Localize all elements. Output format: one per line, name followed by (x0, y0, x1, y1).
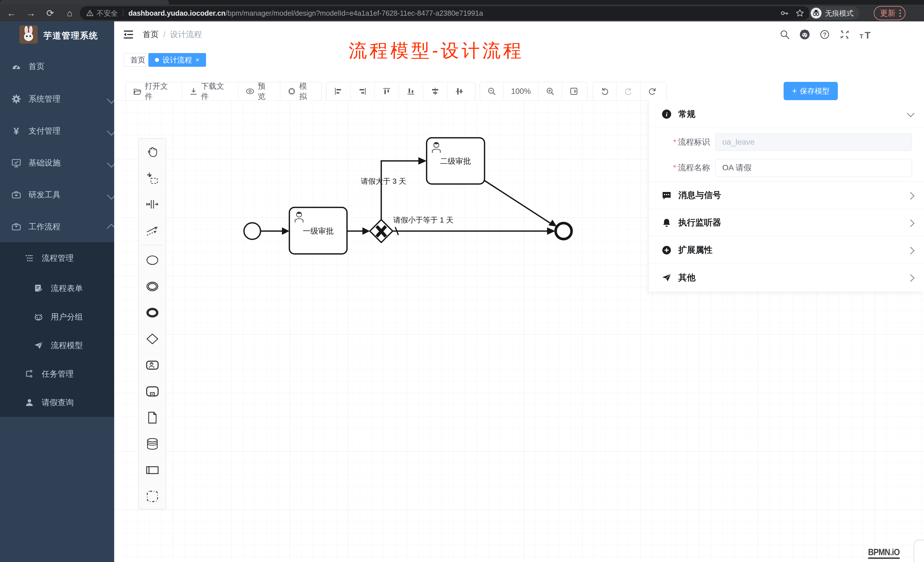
button-label: 预览 (258, 81, 273, 102)
redo-button[interactable] (616, 82, 640, 100)
sidebar-item-system[interactable]: 系统管理 (0, 83, 126, 115)
sequence-flow-task2-end[interactable] (484, 181, 557, 226)
browser-tabstrip (0, 0, 924, 4)
align-vertical-center-icon (431, 87, 439, 95)
not-secure-warning-icon (86, 9, 94, 17)
section-title: 执行监听器 (678, 217, 721, 228)
update-button[interactable]: 更新 (874, 6, 906, 20)
field-label: 流程名称 (678, 163, 710, 172)
start-event-node[interactable] (244, 223, 261, 239)
exclusive-gateway-node[interactable] (370, 220, 393, 243)
form-edit-icon (34, 284, 44, 293)
breadcrumb-current: 设计流程 (170, 29, 202, 40)
designer-toolbar: 打开文件 下载文件 预览 模拟 (114, 72, 924, 100)
close-icon[interactable]: × (195, 56, 200, 64)
sidebar-item-payment[interactable]: ¥ 支付管理 (0, 115, 126, 147)
end-event-node[interactable] (556, 223, 572, 239)
sidebar-item-label: 任务管理 (42, 369, 74, 379)
chevron-right-icon (907, 247, 915, 255)
chevron-right-icon (907, 219, 915, 227)
align-vertical-center-button[interactable] (423, 82, 447, 100)
download-file-button[interactable]: 下载文件 (182, 82, 238, 100)
align-top-button[interactable] (375, 82, 399, 100)
user-task-node-second[interactable]: 二级审批 (427, 138, 484, 184)
reload-icon[interactable]: ⟳ (45, 7, 56, 19)
browser-tab[interactable] (0, 0, 169, 4)
github-icon[interactable] (799, 29, 810, 40)
align-button-group (326, 82, 476, 101)
gear-icon (11, 94, 21, 104)
section-messages[interactable]: 消息与信号 (649, 182, 924, 209)
collapse-sidebar-icon[interactable] (123, 29, 134, 40)
url-bar[interactable]: 不安全 dashboard.yudao.iocoder.cn/bpm/manag… (80, 6, 810, 20)
section-listeners[interactable]: 执行监听器 (649, 209, 924, 237)
bookmark-star-icon[interactable] (796, 9, 804, 17)
annotation-title: 流程模型-设计流程 (349, 38, 524, 63)
sidebar-item-devtools[interactable]: 研发工具 (0, 179, 126, 211)
update-label: 更新 (880, 8, 896, 18)
help-icon[interactable]: ? (819, 29, 830, 40)
sequence-flow-task1-gateway[interactable] (347, 227, 370, 235)
section-extensions[interactable]: 扩展属性 (649, 237, 924, 264)
open-file-button[interactable]: 打开文件 (126, 82, 182, 100)
process-key-input[interactable] (715, 133, 912, 151)
undo-icon (600, 87, 609, 96)
align-top-icon (382, 87, 391, 95)
url-domain: dashboard.yudao.iocoder.cn (128, 9, 225, 17)
fit-viewport-button[interactable] (562, 82, 585, 100)
sidebar-item-home[interactable]: 首页 (0, 51, 126, 82)
restart-button[interactable] (640, 82, 664, 100)
user-task-node-first[interactable]: 一级审批 (290, 207, 347, 254)
forward-icon[interactable]: → (25, 7, 36, 19)
back-icon[interactable]: ← (6, 7, 17, 19)
font-size-icon[interactable]: TT (859, 30, 872, 40)
fullscreen-icon[interactable] (840, 29, 850, 40)
button-label: 模拟 (299, 81, 314, 102)
folder-open-icon (133, 87, 141, 96)
preview-button[interactable]: 预览 (238, 82, 280, 100)
align-horizontal-center-button[interactable] (447, 82, 471, 100)
breadcrumb-home[interactable]: 首页 (142, 29, 159, 40)
flow-label: 请假大于 3 天 (361, 177, 406, 186)
sequence-flow-start-task1[interactable] (261, 227, 290, 235)
align-bottom-icon (407, 87, 415, 95)
zoom-in-button[interactable] (538, 82, 562, 100)
undo-button[interactable] (593, 82, 616, 100)
view-tab-design[interactable]: 设计流程 × (148, 53, 206, 67)
section-general[interactable]: i 常规 (649, 100, 924, 128)
align-right-button[interactable] (350, 82, 375, 100)
search-icon[interactable] (780, 29, 790, 40)
sidebar-item-workflow[interactable]: 工作流程 (0, 211, 126, 243)
align-left-button[interactable] (326, 82, 350, 100)
plus-circle-icon (662, 245, 672, 255)
zoom-out-button[interactable] (480, 82, 504, 100)
sidebar-item-infra[interactable]: 基础设施 (0, 147, 126, 179)
sidebar-item-label: 用户分组 (51, 312, 83, 322)
logo-row[interactable]: 芋道管理系统 (0, 21, 114, 50)
sequence-flow-gateway-task2[interactable]: 请假大于 3 天 (361, 157, 427, 220)
key-icon[interactable] (780, 9, 789, 17)
bell-icon (662, 218, 672, 228)
section-title: 扩展属性 (678, 244, 712, 256)
face-icon (34, 312, 44, 322)
section-other[interactable]: 其他 (649, 264, 924, 291)
restart-icon (648, 87, 656, 96)
zoom-button-group: 100% (480, 82, 588, 101)
simulate-button[interactable]: 模拟 (280, 82, 321, 100)
paper-plane-icon (34, 341, 44, 350)
sequence-flow-gateway-end[interactable]: 请假小于等于 1 天 (393, 216, 555, 235)
view-tab-home[interactable]: 首页 (124, 53, 152, 67)
align-horizontal-center-icon (455, 87, 464, 95)
zoom-out-icon (488, 87, 496, 96)
home-icon[interactable]: ⌂ (64, 7, 75, 19)
message-icon (662, 190, 672, 200)
yen-icon: ¥ (11, 126, 21, 136)
browser-menu-icon[interactable] (900, 10, 901, 17)
process-name-input[interactable] (715, 159, 912, 177)
sidebar-item-label: 流程模型 (51, 340, 83, 351)
bpmn-io-logo[interactable]: BPMN.iO (868, 547, 900, 559)
zoom-level: 100% (504, 82, 538, 100)
sidebar-item-label: 系统管理 (28, 94, 60, 104)
save-model-button[interactable]: + 保存模型 (784, 82, 838, 100)
align-bottom-button[interactable] (399, 82, 423, 100)
